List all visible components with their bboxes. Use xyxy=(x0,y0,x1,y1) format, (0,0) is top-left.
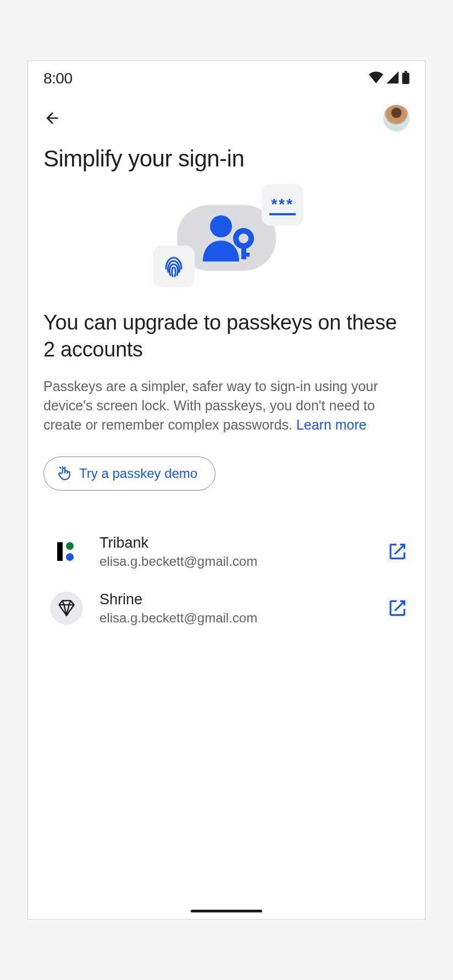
device-frame: 8:00 Simplify your sign-in xyxy=(27,60,426,920)
account-email: elisa.g.beckett@gmail.com xyxy=(100,610,369,626)
profile-avatar[interactable] xyxy=(383,105,410,131)
try-demo-button[interactable]: Try a passkey demo xyxy=(43,456,216,491)
hero-oval: *** xyxy=(177,205,276,271)
hero-illustration: *** xyxy=(28,177,425,309)
svg-rect-1 xyxy=(405,71,407,73)
accounts-list: Tribank elisa.g.beckett@gmail.com xyxy=(28,491,425,637)
arrow-back-icon xyxy=(43,109,61,127)
top-bar xyxy=(28,91,425,137)
asterisks-icon: *** xyxy=(271,197,294,212)
section-title: You can upgrade to passkeys on these 2 a… xyxy=(28,309,425,364)
status-bar: 8:00 xyxy=(28,61,425,91)
page-title: Simplify your sign-in xyxy=(28,137,425,177)
section-description: Passkeys are a simpler, safer way to sig… xyxy=(28,364,425,435)
person-key-icon xyxy=(196,213,257,263)
tribank-icon xyxy=(50,535,83,568)
shrine-icon xyxy=(50,592,83,625)
wifi-icon xyxy=(369,71,383,86)
diamond-icon xyxy=(57,598,76,618)
svg-point-3 xyxy=(236,231,251,246)
battery-icon xyxy=(402,71,410,86)
password-badge: *** xyxy=(262,184,303,226)
svg-rect-4 xyxy=(241,245,246,259)
status-time: 8:00 xyxy=(43,70,73,87)
nav-handle[interactable] xyxy=(191,910,262,912)
open-in-new-icon xyxy=(387,541,408,562)
svg-point-2 xyxy=(210,215,232,237)
account-name: Tribank xyxy=(100,534,369,552)
fingerprint-badge xyxy=(153,246,195,287)
signal-icon xyxy=(386,71,399,86)
open-in-new-icon xyxy=(387,598,408,619)
hand-tap-icon xyxy=(57,466,71,481)
svg-rect-0 xyxy=(402,73,409,84)
account-email: elisa.g.beckett@gmail.com xyxy=(100,554,369,569)
status-icons xyxy=(369,71,410,86)
open-external-button[interactable] xyxy=(385,539,410,564)
account-name: Shrine xyxy=(100,591,369,608)
back-button[interactable] xyxy=(43,107,65,129)
learn-more-link[interactable]: Learn more xyxy=(296,417,367,432)
fingerprint-icon xyxy=(161,253,187,280)
demo-button-label: Try a passkey demo xyxy=(79,466,197,481)
open-external-button[interactable] xyxy=(385,596,410,620)
svg-rect-5 xyxy=(245,253,250,257)
account-item-tribank[interactable]: Tribank elisa.g.beckett@gmail.com xyxy=(50,524,410,580)
account-item-shrine[interactable]: Shrine elisa.g.beckett@gmail.com xyxy=(50,580,410,637)
